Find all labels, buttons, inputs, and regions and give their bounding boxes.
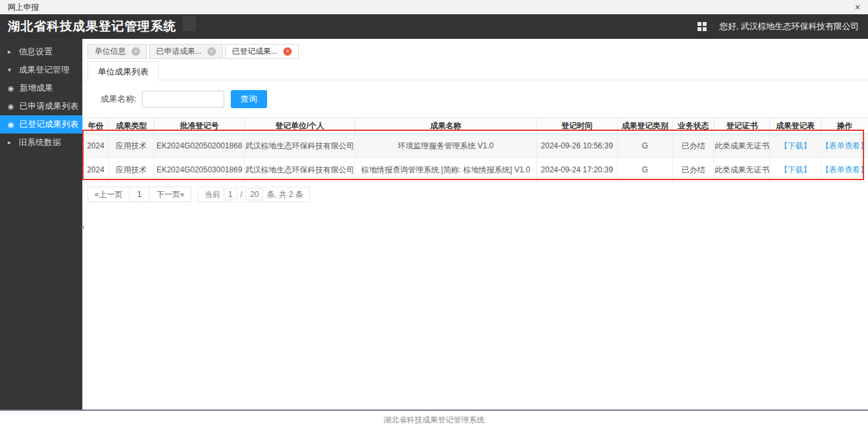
subtab-bar: 单位成果列表 <box>82 61 868 80</box>
column-header-year: 年份 <box>83 118 109 134</box>
cell-certificate: 此类成果无证书 <box>714 134 770 158</box>
chevron-right-icon: ▸ <box>8 43 14 61</box>
cell-category: G <box>618 158 673 182</box>
tab-applied-achievements[interactable]: 已申请成果...× <box>149 44 223 59</box>
sidebar-item-new-achievement[interactable]: ◉新增成果 <box>0 79 82 97</box>
app-window: 网上申报 × 湖北省科技成果登记管理系统 您好, 武汉棕地生态环保科技有限公司 … <box>0 0 868 427</box>
cell-certificate: 此类成果无证书 <box>714 158 770 182</box>
pagination-separator: / <box>240 187 242 202</box>
search-button[interactable]: 查询 <box>231 90 267 108</box>
table-row: 2024应用技术EK2024G020503001869武汉棕地生态环保科技有限公… <box>83 158 868 182</box>
column-header-unit: 登记单位/个人 <box>245 118 355 134</box>
sidebar-item-applied-achievements-list[interactable]: ◉已申请成果列表 <box>0 97 82 115</box>
window-title: 网上申报 <box>8 2 39 13</box>
column-header-reg-no: 批准登记号 <box>154 118 245 134</box>
tab-unit-achievement-list[interactable]: 单位成果列表 <box>88 62 159 81</box>
cell-name: 环境监理服务管理系统 V1.0 <box>355 134 537 158</box>
sidebar-item-label: 已登记成果列表 <box>19 115 78 133</box>
column-header-name: 成果名称 <box>355 118 537 134</box>
sidebar-item-label: 信息设置 <box>19 43 53 61</box>
cell-name: 棕地情报查询管理系统 [简称: 棕地情报系统] V1.0 <box>355 158 537 182</box>
chevron-down-icon: ▾ <box>8 61 14 79</box>
chevron-right-icon: ▸ <box>8 133 14 152</box>
cell-reg-no: EK2024G020503001869 <box>154 158 245 182</box>
tab-label: 单位信息 <box>95 46 126 57</box>
window-titlebar: 网上申报 × <box>0 0 868 14</box>
column-header-type: 成果类型 <box>109 118 154 134</box>
sidebar-item-label: 新增成果 <box>19 79 53 97</box>
pagination-current-label: 当前 <box>205 187 220 202</box>
page-footer: 湖北省科技成果登记管理系统 <box>0 410 868 427</box>
column-header-category: 成果登记类别 <box>618 118 673 134</box>
cell-status: 已办结 <box>673 158 714 182</box>
sidebar-item-label: 已申请成果列表 <box>19 97 78 115</box>
window-close-icon[interactable]: × <box>855 0 860 14</box>
prev-page-button[interactable]: «上一页 <box>88 187 130 202</box>
circle-dot-icon: ◉ <box>8 97 15 115</box>
header-right-area: 您好, 武汉棕地生态环保科技有限公司 <box>698 21 859 32</box>
download-link[interactable]: 【下载】 <box>770 158 821 182</box>
tab-registered-achievements[interactable]: 已登记成果...× <box>225 44 299 59</box>
sidebar-item-achievement-registration-group[interactable]: ▾成果登记管理 <box>0 61 82 79</box>
search-form: 成果名称: 查询 <box>82 80 868 117</box>
tab-unit-info[interactable]: 单位信息× <box>88 44 147 59</box>
page-size-box: 20 <box>246 189 263 200</box>
cell-type: 应用技术 <box>109 158 154 182</box>
app-header: 湖北省科技成果登记管理系统 您好, 武汉棕地生态环保科技有限公司 <box>0 14 868 39</box>
pagination-total-label: 条, 共 2 条 <box>266 187 303 202</box>
circle-dot-icon: ◉ <box>8 115 15 133</box>
page-1-button[interactable]: 1 <box>129 187 150 202</box>
app-title: 湖北省科技成果登记管理系统 <box>8 18 176 35</box>
cell-year: 2024 <box>83 158 109 182</box>
tab-close-icon[interactable]: × <box>283 47 292 56</box>
tab-close-icon[interactable]: × <box>207 47 216 56</box>
sidebar-item-registered-achievements-list[interactable]: ◉已登记成果列表 <box>0 115 82 133</box>
tab-label: 已登记成果... <box>232 46 277 57</box>
pagination-summary: 当前 1 / 20 条, 共 2 条 <box>198 187 310 202</box>
cell-category: G <box>618 134 673 158</box>
cell-type: 应用技术 <box>109 134 154 158</box>
sidebar-item-label: 成果登记管理 <box>19 61 69 79</box>
search-label: 成果名称: <box>100 93 137 105</box>
next-page-button[interactable]: 下一页» <box>149 187 191 202</box>
sidebar-item-label: 旧系统数据 <box>19 133 61 152</box>
cell-time: 2024-09-26 10:56:39 <box>537 134 618 158</box>
column-header-form: 成果登记表 <box>770 118 821 134</box>
tab-label: 已申请成果... <box>156 46 202 57</box>
column-header-certificate: 登记证书 <box>714 118 770 134</box>
form-view-link[interactable]: 【表单查看】 <box>821 158 868 182</box>
cell-status: 已办结 <box>673 134 714 158</box>
cell-reg-no: EK2024G020502001868 <box>154 134 245 158</box>
download-link[interactable]: 【下载】 <box>770 134 821 158</box>
sidebar-item-legacy-system-data[interactable]: ▸旧系统数据 <box>0 133 82 152</box>
user-greeting: 您好, 武汉棕地生态环保科技有限公司 <box>720 21 859 32</box>
circle-dot-icon: ◉ <box>8 79 15 97</box>
table-row: 2024应用技术EK2024G020502001868武汉棕地生态环保科技有限公… <box>83 134 868 158</box>
column-header-time: 登记时间 <box>537 118 618 134</box>
table-header-row: 年份成果类型批准登记号登记单位/个人成果名称登记时间成果登记类别业务状态登记证书… <box>83 118 868 134</box>
tab-bar: 单位信息×已申请成果...×已登记成果...× <box>88 43 868 59</box>
header-ghost-square <box>183 16 196 31</box>
table-body: 2024应用技术EK2024G020502001868武汉棕地生态环保科技有限公… <box>83 134 868 182</box>
search-input[interactable] <box>142 91 224 108</box>
cell-year: 2024 <box>83 134 109 158</box>
column-header-action: 操作 <box>821 118 868 134</box>
results-table: 年份成果类型批准登记号登记单位/个人成果名称登记时间成果登记类别业务状态登记证书… <box>82 117 868 182</box>
pagination: «上一页 1 下一页» 当前 1 / 20 条, 共 2 条 <box>88 187 868 202</box>
sidebar-item-info-settings[interactable]: ▸信息设置 <box>0 43 82 61</box>
apps-grid-icon[interactable] <box>698 22 707 31</box>
column-header-status: 业务状态 <box>673 118 714 134</box>
footer-text: 湖北省科技成果登记管理系统 <box>384 415 485 424</box>
cell-time: 2024-09-24 17:20:39 <box>537 158 618 182</box>
table-header: 年份成果类型批准登记号登记单位/个人成果名称登记时间成果登记类别业务状态登记证书… <box>83 118 868 134</box>
current-page-box: 1 <box>224 189 237 200</box>
cell-unit: 武汉棕地生态环保科技有限公司 <box>245 158 355 182</box>
sidebar-collapse-handle[interactable]: ◂ <box>81 224 84 230</box>
cell-unit: 武汉棕地生态环保科技有限公司 <box>245 134 355 158</box>
form-view-link[interactable]: 【表单查看】 <box>821 134 868 158</box>
main-content: 单位信息×已申请成果...×已登记成果...× 单位成果列表 成果名称: 查询 … <box>82 39 868 410</box>
sidebar-menu: ▸信息设置▾成果登记管理◉新增成果◉已申请成果列表◉已登记成果列表▸旧系统数据 <box>0 39 82 410</box>
tab-close-icon[interactable]: × <box>132 47 140 56</box>
